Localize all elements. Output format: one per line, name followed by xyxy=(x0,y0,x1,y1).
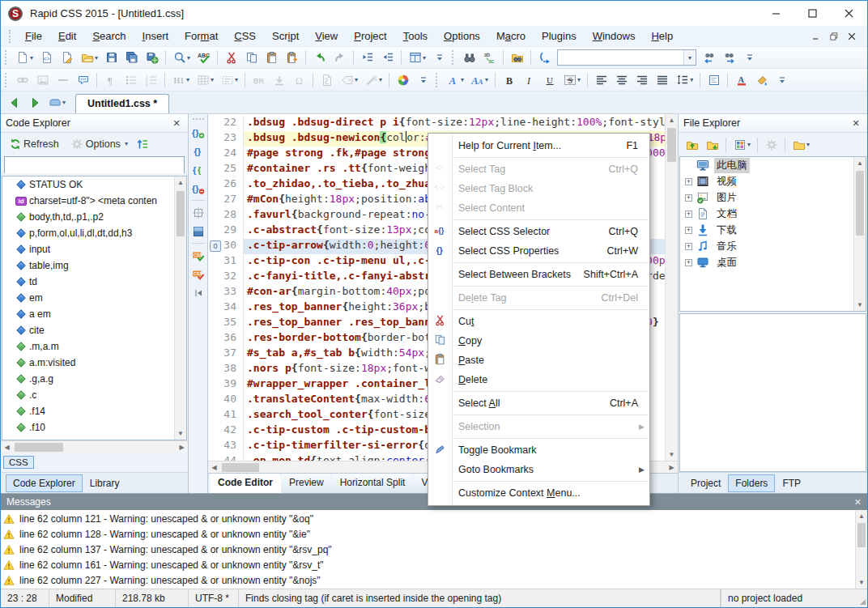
inc-search-button[interactable] xyxy=(535,49,554,67)
context-item-select-css-properties[interactable]: {}Select CSS PropertiesCtrl+W xyxy=(428,241,649,261)
minimize-button[interactable] xyxy=(758,1,794,26)
pilcrow-button[interactable]: ¶ xyxy=(101,70,120,89)
scroll-left-icon[interactable]: ◀ xyxy=(1,444,13,451)
folder-up-button[interactable] xyxy=(683,135,701,154)
insert-down-button[interactable] xyxy=(270,70,288,89)
context-item-select-css-selector[interactable]: a{}Select CSS SelectorCtrl+Q xyxy=(428,222,649,241)
css-err-button[interactable]: CSS xyxy=(189,266,206,283)
save-button[interactable] xyxy=(102,49,121,67)
mdi-minimize-button[interactable] xyxy=(807,29,825,44)
edit-document-button[interactable] xyxy=(57,49,76,67)
scroll-up-icon[interactable]: ▲ xyxy=(856,510,867,522)
code-explorer-item[interactable]: table,img xyxy=(2,257,186,274)
font-size2-button[interactable]: AA▾ xyxy=(468,70,491,89)
collapse-arrow-button[interactable] xyxy=(189,284,206,301)
align-right-button[interactable] xyxy=(632,70,651,89)
mdi-restore-button[interactable] xyxy=(825,29,843,44)
context-item-help-for-current-item[interactable]: Help for Current Item...F1 xyxy=(428,136,649,155)
code-explorer-item[interactable]: .c xyxy=(2,387,186,403)
context-item-select-tag-block[interactable]: <·>Select Tag Block xyxy=(428,179,649,198)
tag-remove-button[interactable]: {} xyxy=(189,180,206,197)
find-combo-input[interactable] xyxy=(558,51,683,64)
messages-close-icon[interactable]: ✕ xyxy=(854,497,862,508)
overflow-button[interactable] xyxy=(414,70,432,89)
document-tab[interactable]: Untitled1.css * xyxy=(75,94,169,113)
layout-button[interactable]: ▾ xyxy=(406,49,428,67)
code-explorer-item[interactable]: em xyxy=(2,290,186,306)
close-button[interactable] xyxy=(831,1,867,26)
refresh-button[interactable]: Refresh xyxy=(5,134,66,153)
tree-item[interactable]: +桌面 xyxy=(680,254,866,270)
bold-button[interactable]: B xyxy=(500,70,518,89)
warning-message[interactable]: line 62 column 227 - Warning: unescaped … xyxy=(1,572,867,588)
scroll-up-icon[interactable]: ▲ xyxy=(175,176,186,189)
expand-icon[interactable]: + xyxy=(685,259,692,266)
menu-item-view[interactable]: View xyxy=(307,28,346,45)
warning-message[interactable]: line 62 column 128 - Warning: unescaped … xyxy=(1,526,867,542)
code-explorer-item[interactable]: cite xyxy=(2,322,186,338)
tab-folders[interactable]: Folders xyxy=(728,474,775,492)
wand-button[interactable]: ▾ xyxy=(362,70,385,89)
code-line[interactable]: 22.bdsug .bdsug-direct p i{font-size:12p… xyxy=(208,116,665,131)
italic-button[interactable]: I xyxy=(520,70,538,89)
scroll-up-icon[interactable]: ▲ xyxy=(666,114,678,126)
toolbar-grip[interactable] xyxy=(452,50,456,65)
new-document-button[interactable]: ▾ xyxy=(13,49,36,67)
list-ul-button[interactable] xyxy=(121,70,140,89)
undo-button[interactable] xyxy=(310,49,329,67)
scroll-left-icon[interactable]: ◀ xyxy=(208,464,220,471)
toolbar-grip[interactable] xyxy=(5,73,9,87)
context-item-cut[interactable]: Cut xyxy=(428,312,649,331)
hrule-button[interactable] xyxy=(53,70,72,89)
expand-icon[interactable]: + xyxy=(685,210,692,218)
code-explorer-item[interactable]: .f10 xyxy=(2,419,186,436)
replace-button[interactable]: abac xyxy=(480,49,499,67)
toolbar-grip[interactable] xyxy=(5,50,9,65)
folder-button[interactable]: ▾ xyxy=(789,135,812,154)
cut-button[interactable] xyxy=(222,49,240,67)
folder-new-button[interactable] xyxy=(703,135,721,154)
tab-code-explorer[interactable]: Code Explorer xyxy=(6,474,83,492)
warning-message[interactable]: line 62 column 137 - Warning: unescaped … xyxy=(1,542,867,557)
mdi-close-button[interactable] xyxy=(843,29,861,44)
sort-button[interactable] xyxy=(133,134,153,153)
image-button[interactable] xyxy=(33,70,52,89)
context-item-delete[interactable]: Delete xyxy=(428,370,649,389)
bookmark-marker[interactable]: 0 xyxy=(210,240,221,252)
tag-double-button[interactable]: {{ xyxy=(189,161,206,178)
context-item-select-all[interactable]: Select AllCtrl+A xyxy=(428,393,649,413)
indent-button[interactable] xyxy=(358,49,377,67)
warning-message[interactable]: line 62 column 121 - Warning: unescaped … xyxy=(1,511,867,526)
scroll-down-icon[interactable]: ▼ xyxy=(854,299,866,311)
expand-icon[interactable]: + xyxy=(685,243,692,250)
overflow-button[interactable] xyxy=(430,49,449,67)
outdent-button[interactable] xyxy=(378,49,397,67)
align-justify-button[interactable] xyxy=(653,70,671,89)
menu-item-tools[interactable]: Tools xyxy=(395,28,436,45)
style-box-button[interactable] xyxy=(704,70,723,89)
view-grid-button[interactable]: ▾ xyxy=(730,135,753,154)
context-item-selection[interactable]: Selection▶ xyxy=(428,417,649,436)
file-explorer-file-list[interactable] xyxy=(679,313,866,472)
save-web-button[interactable] xyxy=(143,49,161,67)
menu-item-search[interactable]: Search xyxy=(84,28,134,45)
menu-item-edit[interactable]: Edit xyxy=(50,28,84,45)
context-item-goto-bookmarks[interactable]: Goto Bookmarks▶ xyxy=(428,460,649,479)
code-explorer-item[interactable]: p,form,ol,ul,li,dl,dt,dd,h3 xyxy=(2,225,186,241)
gradient-button[interactable] xyxy=(189,223,206,240)
scroll-up-icon[interactable]: ▲ xyxy=(854,157,866,169)
code-explorer-item[interactable]: td xyxy=(2,274,186,290)
menu-item-macro[interactable]: Macro xyxy=(488,28,534,45)
menu-item-script[interactable]: Script xyxy=(264,28,307,45)
link-button[interactable] xyxy=(13,70,32,89)
menu-item-css[interactable]: CSS xyxy=(226,28,264,45)
list-ol-button[interactable]: 123 xyxy=(142,70,160,89)
navigate-back-button[interactable] xyxy=(5,93,23,112)
maximize-button[interactable] xyxy=(794,1,831,26)
css-ok-button[interactable]: CSS xyxy=(189,247,206,264)
expand-icon[interactable]: + xyxy=(685,227,692,234)
editor-tab-preview[interactable]: Preview xyxy=(281,474,338,493)
code-explorer-item[interactable]: .f14 xyxy=(2,403,186,419)
redo-button[interactable] xyxy=(330,49,349,67)
menu-item-insert[interactable]: Insert xyxy=(134,28,177,45)
